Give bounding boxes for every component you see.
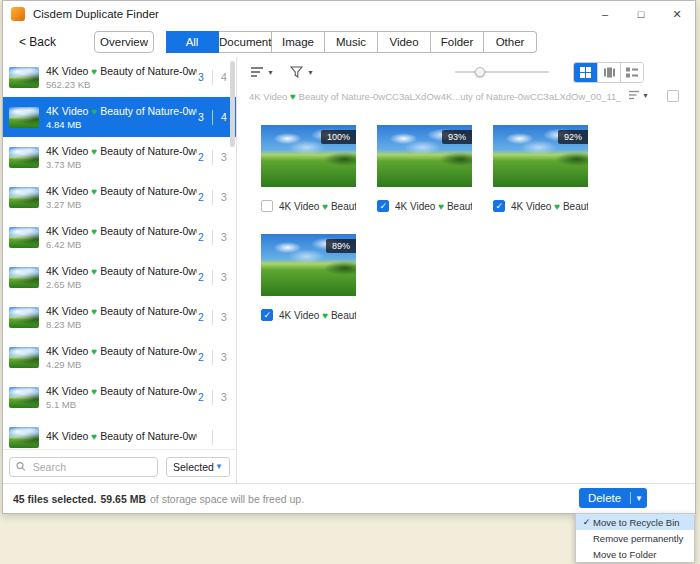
green-heart-icon: ♥ — [438, 201, 444, 212]
file-size: 8.23 MB — [46, 319, 197, 330]
duplicate-groups-panel: 4K Video ♥ Beauty of Nature-0wCC... 562.… — [3, 57, 237, 483]
chevron-down-icon: ▼ — [267, 69, 274, 76]
close-button[interactable]: ✕ — [659, 1, 695, 27]
total-count: 3 — [220, 311, 228, 323]
file-preview[interactable]: 100% — [261, 125, 356, 187]
count-divider — [212, 350, 213, 365]
duplicate-counts: 2 3 — [197, 390, 228, 405]
file-label: 4K Video ♥ Beauty ... — [395, 201, 472, 212]
count-divider — [212, 270, 213, 285]
file-meta: 4K Video ♥ Beauty of Nature-0wCC... 3.27… — [46, 185, 197, 210]
chevron-down-icon: ▼ — [642, 92, 649, 99]
overview-button[interactable]: Overview — [94, 31, 154, 53]
category-tab[interactable]: Other — [484, 31, 537, 53]
duplicate-counts: 2 3 — [197, 190, 228, 205]
file-size: 562.23 KB — [46, 79, 197, 90]
count-divider — [212, 310, 213, 325]
green-heart-icon: ♥ — [91, 306, 97, 317]
file-preview[interactable]: 93% — [377, 125, 472, 187]
duplicate-group-row[interactable]: 4K Video ♥ Beauty of Nature-0wCC... 4.29… — [3, 337, 236, 377]
category-tab[interactable]: Document — [219, 31, 272, 53]
list-view-icon — [626, 67, 638, 78]
duplicate-group-row[interactable]: 4K Video ♥ Beauty of Nature-0wCC... 3.73… — [3, 137, 236, 177]
duplicate-group-row[interactable]: 4K Video ♥ Beauty of Nature-0wCC... — [3, 417, 236, 449]
path-sort-button[interactable]: ▼ — [629, 90, 649, 100]
duplicate-group-row[interactable]: 4K Video ♥ Beauty of Nature-0wCC... 5.1 … — [3, 377, 236, 417]
file-thumbnail — [9, 267, 39, 288]
filter-button[interactable]: ▼ — [290, 66, 314, 78]
duplicate-group-row[interactable]: 4K Video ♥ Beauty of Nature-0wCC... 4.84… — [3, 97, 236, 137]
selected-count: 2 — [197, 271, 205, 283]
duplicate-group-row[interactable]: 4K Video ♥ Beauty of Nature-0wCC... 562.… — [3, 57, 236, 97]
green-heart-icon: ♥ — [322, 201, 328, 212]
category-tab[interactable]: Folder — [431, 31, 484, 53]
green-heart-icon: ♥ — [91, 146, 97, 157]
list-view-button[interactable] — [620, 63, 643, 82]
green-heart-icon: ♥ — [91, 386, 97, 397]
coverflow-view-button[interactable] — [597, 63, 620, 82]
count-divider — [212, 150, 213, 165]
search-input[interactable] — [31, 460, 151, 474]
file-thumbnail — [9, 427, 39, 448]
file-label-row: 4K Video ♥ Beauty ... — [493, 200, 588, 212]
file-preview[interactable]: 89% — [261, 234, 356, 296]
file-checkbox[interactable] — [377, 200, 389, 212]
duplicate-group-row[interactable]: 4K Video ♥ Beauty of Nature-0wCC... 3.27… — [3, 177, 236, 217]
selected-filter-dropdown[interactable]: Selected ▼ — [166, 457, 230, 477]
duplicate-counts: 3 4 — [197, 70, 228, 85]
file-meta: 4K Video ♥ Beauty of Nature-0wCC... 8.23… — [46, 305, 197, 330]
delete-menu-item[interactable]: Move to Folder — [576, 546, 694, 562]
file-preview[interactable]: 92% — [493, 125, 588, 187]
minimize-button[interactable]: – — [587, 1, 623, 27]
file-checkbox[interactable] — [493, 200, 505, 212]
delete-menu-item[interactable]: Remove permanently — [576, 530, 694, 546]
search-row: Selected ▼ — [3, 449, 236, 483]
delete-menu-item-label: Move to Folder — [593, 549, 656, 560]
file-name: 4K Video ♥ Beauty of Nature-0wCC... — [46, 345, 197, 357]
category-tab[interactable]: Music — [325, 31, 378, 53]
sort-button[interactable]: ▼ — [251, 66, 274, 78]
file-thumbnail — [9, 227, 39, 248]
file-name: 4K Video ♥ Beauty of Nature-0wCC... — [46, 65, 197, 77]
file-name: 4K Video ♥ Beauty of Nature-0wCC... — [46, 145, 197, 157]
file-label: 4K Video ♥ Beauty ... — [511, 201, 588, 212]
category-tab[interactable]: Video — [378, 31, 431, 53]
file-checkbox[interactable] — [261, 200, 273, 212]
match-percent-badge: 89% — [326, 239, 356, 253]
file-label: 4K Video ♥ Beauty ... — [279, 310, 356, 321]
slider-knob[interactable] — [475, 67, 485, 77]
count-divider — [212, 390, 213, 405]
file-checkbox[interactable] — [261, 309, 273, 321]
grid-view-button[interactable] — [574, 63, 597, 82]
duplicate-group-row[interactable]: 4K Video ♥ Beauty of Nature-0wCC... 2.65… — [3, 257, 236, 297]
delete-dropdown-arrow[interactable]: ▼ — [631, 494, 647, 503]
duplicate-counts — [197, 430, 228, 445]
search-box[interactable] — [9, 457, 158, 477]
freed-space-text: of storage space will be freed up. — [150, 493, 304, 505]
selected-filter-label: Selected — [173, 461, 214, 473]
delete-button[interactable]: Delete ▼ — [579, 488, 647, 508]
selected-count: 2 — [197, 231, 205, 243]
thumbnail-size-slider[interactable] — [455, 71, 549, 73]
file-meta: 4K Video ♥ Beauty of Nature-0wCC... 3.73… — [46, 145, 197, 170]
delete-menu-item[interactable]: ✓ Move to Recycle Bin — [576, 514, 694, 530]
total-count: 3 — [220, 151, 228, 163]
duplicate-group-row[interactable]: 4K Video ♥ Beauty of Nature-0wCC... 6.42… — [3, 217, 236, 257]
app-window: Cisdem Duplicate Finder – □ ✕ < Back Ove… — [2, 0, 696, 514]
selected-count: 2 — [197, 311, 205, 323]
back-button[interactable]: < Back — [19, 35, 56, 49]
filter-icon — [290, 66, 304, 78]
maximize-button[interactable]: □ — [623, 1, 659, 27]
select-all-checkbox[interactable] — [667, 90, 679, 102]
category-tab[interactable]: All — [166, 31, 219, 53]
duplicate-file-card: 93% 4K Video ♥ Beauty ... — [377, 125, 472, 212]
match-percent-badge: 100% — [321, 130, 356, 144]
list-scrollbar[interactable] — [230, 61, 235, 147]
total-count: 3 — [220, 351, 228, 363]
category-tab[interactable]: Image — [272, 31, 325, 53]
duplicate-group-row[interactable]: 4K Video ♥ Beauty of Nature-0wCC... 8.23… — [3, 297, 236, 337]
file-name: 4K Video ♥ Beauty of Nature-0wCC... — [46, 225, 197, 237]
file-label: 4K Video ♥ Beauty ... — [279, 201, 356, 212]
main-area: 4K Video ♥ Beauty of Nature-0wCC... 562.… — [3, 57, 695, 483]
count-divider — [212, 70, 213, 85]
